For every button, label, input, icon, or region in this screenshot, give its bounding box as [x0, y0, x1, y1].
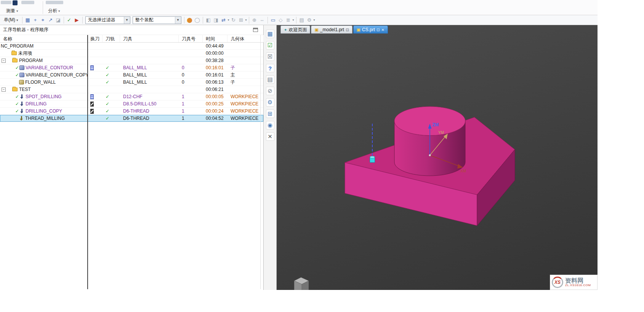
row-tool: D6-THREAD: [123, 108, 149, 114]
column-header-tool[interactable]: 刀具: [120, 35, 179, 42]
wireframe-ball-icon[interactable]: ◯: [194, 16, 201, 24]
spot-drilling-op-icon: [19, 94, 24, 99]
iso-view-icon[interactable]: ◇: [277, 16, 285, 24]
mcs-check-icon[interactable]: ✓: [66, 16, 73, 24]
front-view-icon[interactable]: ▭: [269, 16, 277, 24]
restore-panel-icon[interactable]: [253, 28, 258, 32]
pan-icon[interactable]: ⇔: [258, 16, 266, 24]
row-time: 00:44:49: [206, 43, 224, 49]
chevron-down-icon[interactable]: ▾: [293, 18, 294, 22]
table-row[interactable]: ✓DRILLING_COPY ✓ D6-THREAD 1 00:00:24 WO…: [0, 108, 263, 115]
snapshot-icon[interactable]: ▤: [298, 16, 306, 24]
collapse-expander-icon[interactable]: −: [2, 88, 6, 92]
close-panel-icon[interactable]: ✕: [266, 132, 274, 141]
zoom-icon[interactable]: ⊕: [251, 16, 258, 24]
table-row[interactable]: ✓VARIABLE_CONTOUR_COPY ✓ BALL_MILL 0 00:…: [0, 72, 263, 79]
table-row[interactable]: ✓DRILLING ✓ D8.5-DRILL-L50 1 00:00:25 WO…: [0, 100, 263, 108]
tool-top-face: [370, 156, 375, 158]
menu-button[interactable]: 单(M)▾: [2, 16, 21, 24]
graphics-viewport[interactable]: ✦ 欢迎页面 ▣ _model1.prt ⊡ ▣ CS.prt ⊡ ✕: [277, 25, 598, 290]
measure-group-button[interactable]: 测量▾: [6, 8, 18, 14]
row-geometry: WORKPIECE: [231, 116, 258, 121]
chevron-down-icon[interactable]: ▾: [245, 18, 247, 22]
table-row[interactable]: −PROGRAM 00:38:28: [0, 57, 263, 64]
plane-icon[interactable]: ◪: [54, 16, 62, 24]
row-geometry: 主: [231, 72, 235, 78]
watermark-site-name: 资料网: [565, 277, 591, 284]
column-header-time[interactable]: 时间: [203, 35, 227, 42]
column-header-tool-number[interactable]: 刀具号: [179, 35, 203, 42]
part-navigator-icon[interactable]: ☑: [266, 41, 274, 49]
close-icon[interactable]: ✕: [381, 28, 384, 32]
table-row[interactable]: ✓VARIABLE_CONTOUR ✓ BALL_MILL 0 00:16:01…: [0, 64, 263, 72]
toolpath-check-icon: ✓: [106, 94, 109, 99]
collapse-expander-icon[interactable]: −: [2, 59, 6, 63]
layers-icon[interactable]: ≣: [285, 16, 292, 24]
axis-z-label: ZM: [432, 122, 439, 127]
selection-filter-dropdown[interactable]: 无选择过滤器 ▼: [85, 16, 130, 24]
table-header: 名称 换刀 刀轨 刀具 刀具号 时间 几何体: [0, 35, 263, 43]
unused-filter-icon[interactable]: ⊘: [266, 87, 274, 95]
clipped-ribbon-text: [1, 1, 11, 4]
measure-group-label: 测量: [6, 8, 15, 13]
assembly-scope-dropdown[interactable]: 整个装配 ▼: [133, 16, 181, 24]
row-tool: D8.5-DRILL-L50: [123, 101, 156, 107]
chevron-down-icon[interactable]: ▾: [314, 18, 315, 22]
toolbar-separator: [249, 17, 249, 24]
tab-model1-part[interactable]: ▣ _model1.prt ⊡: [311, 25, 352, 33]
tab-welcome-page[interactable]: ✦ 欢迎页面: [280, 25, 310, 33]
status-check-icon: ✓: [15, 101, 19, 107]
table-row-selected[interactable]: THREAD_MILLING ✓ D6-THREAD 1 00:04:52 WO…: [0, 115, 263, 122]
row-tool: D12-CHF: [123, 94, 143, 99]
help-icon[interactable]: ?: [266, 64, 274, 72]
part-icon: ▣: [357, 27, 360, 32]
analysis-group-button[interactable]: 分析▾: [48, 8, 60, 14]
swap-view-icon[interactable]: ⇄: [220, 16, 227, 24]
column-resize-divider[interactable]: [87, 35, 88, 289]
rotate-view-icon[interactable]: ↻: [230, 16, 237, 24]
screen: 测量▾ 分析▾ 单(M)▾ ▦ + ⌖ ↗ ◪ ✓ ▶ 无选择过滤器 ▼ 整个装…: [0, 0, 644, 312]
tab-cs-part-active[interactable]: ▣ CS.prt ⊡ ✕: [353, 25, 388, 33]
tab-label: _model1.prt: [320, 27, 344, 32]
detach-window-icon[interactable]: ⊡: [376, 28, 380, 32]
toolbar-separator: [184, 17, 184, 24]
assembly-navigator-icon[interactable]: ▦: [266, 30, 274, 38]
row-geometry: 子: [231, 65, 235, 71]
column-header-toolpath[interactable]: 刀轨: [103, 35, 120, 42]
csys-origin[interactable]: [429, 154, 431, 156]
point-snap-icon[interactable]: ⌖: [39, 16, 47, 24]
chevron-down-icon[interactable]: ▾: [228, 18, 229, 22]
operation-navigator-icon[interactable]: ⊞: [266, 110, 274, 118]
fit-view-icon[interactable]: ⊞: [237, 16, 245, 24]
clip-section-icon[interactable]: ◨: [212, 16, 220, 24]
table-row[interactable]: FLOOR_WALL ✓ BALL_MILL 0 00:06:13 子: [0, 79, 263, 86]
documentation-icon[interactable]: ▤: [266, 75, 274, 84]
status-check-icon: ✓: [15, 94, 19, 99]
watermark-logo-text: XS: [554, 280, 561, 285]
toolbar-separator: [82, 17, 83, 24]
machining-wizard-icon[interactable]: ⚙: [266, 98, 274, 107]
section-view-icon[interactable]: ◧: [205, 16, 212, 24]
shaded-ball-icon[interactable]: ⬤: [186, 16, 194, 24]
row-name: VARIABLE_CONTOUR: [26, 65, 73, 70]
table-row[interactable]: −TEST 00:06:21: [0, 86, 263, 93]
roles-icon[interactable]: ◉: [266, 121, 274, 129]
axis-x-label: XM: [460, 169, 466, 173]
vector-icon[interactable]: ↗: [47, 16, 54, 24]
toolbar-separator: [203, 17, 203, 24]
column-header-tool-change[interactable]: 换刀: [87, 35, 103, 42]
grid-snap-icon[interactable]: ▦: [24, 16, 32, 24]
tab-label: 欢迎页面: [288, 27, 307, 33]
axis-y-label: YM: [438, 131, 444, 135]
csys-icon[interactable]: +: [32, 16, 39, 24]
column-header-geometry[interactable]: 几何体: [227, 35, 264, 42]
table-row[interactable]: ✓SPOT_DRILLING ✓ D12-CHF 1 00:00:05 WORK…: [0, 93, 263, 100]
toolpath-check-icon: ✓: [106, 101, 109, 107]
simulate-play-icon[interactable]: ▶: [73, 16, 81, 24]
table-row[interactable]: NC_PROGRAM 00:44:49: [0, 43, 263, 50]
column-header-name[interactable]: 名称: [0, 35, 87, 42]
constraint-navigator-icon[interactable]: ☒: [266, 53, 274, 61]
settings-icon[interactable]: ⚙: [306, 16, 313, 24]
detach-window-icon[interactable]: ⊡: [346, 28, 349, 32]
table-row[interactable]: 未用项 00:00:00: [0, 50, 263, 57]
